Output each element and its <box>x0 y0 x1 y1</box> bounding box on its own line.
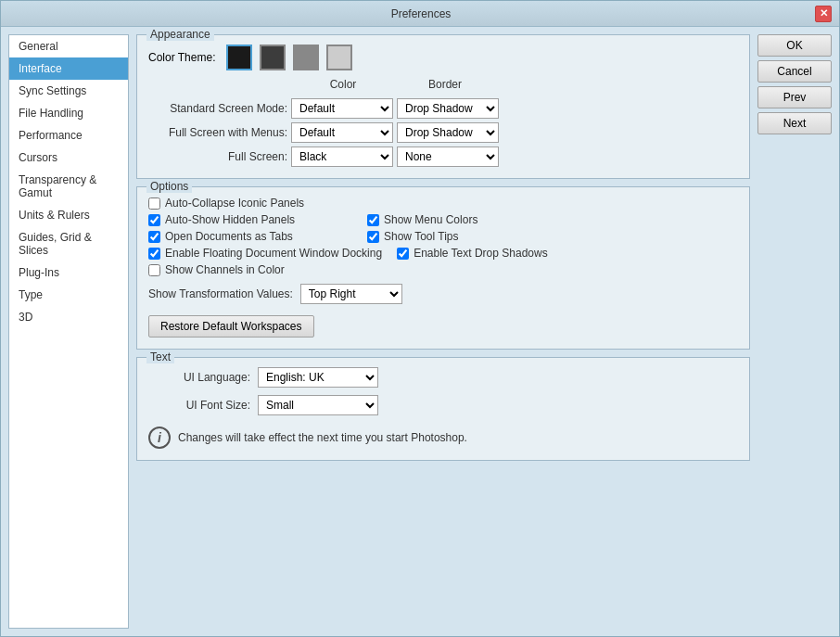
font-size-row: UI Font Size: Small Medium Large <box>148 395 738 415</box>
show-tooltips-checkbox[interactable] <box>367 231 379 243</box>
color-theme-label: Color Theme: <box>148 51 215 64</box>
theme-swatch-light[interactable] <box>326 45 352 70</box>
floating-dock-label: Enable Floating Document Window Docking <box>165 247 382 260</box>
font-size-select[interactable]: Small Medium Large <box>258 395 378 415</box>
cancel-button[interactable]: Cancel <box>757 60 832 83</box>
text-drop-shadows-label: Enable Text Drop Shadows <box>414 247 548 260</box>
mode-label-standard: Standard Screen Mode: <box>148 102 287 115</box>
mode-label-fullscreen: Full Screen: <box>148 150 287 163</box>
options-group: Options Auto-Collapse Iconic Panels <box>136 186 750 350</box>
floating-dock-checkbox[interactable] <box>148 248 160 260</box>
language-select[interactable]: English: UK English: US Deutsch Français… <box>258 367 378 388</box>
sidebar-item-units-&-rulers[interactable]: Units & Rulers <box>9 204 128 226</box>
transform-row: Show Transformation Values: Top Right Bo… <box>148 284 738 304</box>
fullscreen-border-select[interactable]: Drop Shadow None Line <box>397 147 499 167</box>
theme-swatch-dark2[interactable] <box>260 45 286 70</box>
mode-label-fullscreen-menus: Full Screen with Menus: <box>148 126 287 139</box>
theme-swatch-mid[interactable] <box>293 45 319 70</box>
restore-workspaces-button[interactable]: Restore Default Workspaces <box>148 315 314 338</box>
screen-modes: Standard Screen Mode: Default Black Gray… <box>148 98 738 167</box>
show-menu-colors-checkbox[interactable] <box>367 214 379 226</box>
language-label: UI Language: <box>148 371 250 384</box>
sidebar-item-plug-ins[interactable]: Plug-Ins <box>9 261 128 284</box>
info-icon: i <box>148 427 171 449</box>
standard-border-select[interactable]: Drop Shadow None Line <box>397 98 499 119</box>
show-channels-label: Show Channels in Color <box>165 263 285 276</box>
open-tabs-label: Open Documents as Tabs <box>165 230 293 243</box>
sidebar-item-interface[interactable]: Interface <box>9 57 128 80</box>
auto-show-checkbox[interactable] <box>148 214 160 226</box>
text-group: Text UI Language: English: UK English: U… <box>136 357 750 461</box>
mode-row-fullscreen: Full Screen: Default Black Gray White Dr… <box>148 147 738 167</box>
col-header-border: Border <box>394 78 496 91</box>
titlebar: Preferences ✕ <box>1 1 839 27</box>
main-panel: Appearance Color Theme: Color <box>136 34 750 629</box>
sidebar-item-performance[interactable]: Performance <box>9 124 128 147</box>
restore-btn-container: Restore Default Workspaces <box>148 308 738 338</box>
fullscreen-menus-color-select[interactable]: Default Black Gray White <box>291 122 393 143</box>
info-row: i Changes will take effect the next time… <box>148 427 738 449</box>
checkbox-show-tooltips: Show Tool Tips <box>367 230 571 243</box>
color-themes-row: Color Theme: <box>148 45 738 70</box>
show-tooltips-label: Show Tool Tips <box>384 230 459 243</box>
auto-show-label: Auto-Show Hidden Panels <box>165 213 295 226</box>
standard-color-select[interactable]: Default Black Gray White <box>291 98 393 119</box>
buttons-column: OK Cancel Prev Next <box>757 34 832 629</box>
sidebar: GeneralInterfaceSync SettingsFile Handli… <box>8 34 129 629</box>
checkbox-show-menu-colors: Show Menu Colors <box>367 213 571 226</box>
options-row-1: Auto-Collapse Iconic Panels <box>148 197 738 210</box>
theme-swatch-dark[interactable] <box>226 45 252 70</box>
show-channels-checkbox[interactable] <box>148 264 160 276</box>
content-area: GeneralInterfaceSync SettingsFile Handli… <box>1 27 839 636</box>
appearance-grid: Color Theme: Color Border <box>148 45 738 167</box>
options-row-3: Open Documents as Tabs Show Tool Tips <box>148 230 738 243</box>
options-row-5: Show Channels in Color <box>148 263 738 276</box>
fullscreen-color-select[interactable]: Default Black Gray White <box>291 147 393 167</box>
column-headers: Color Border <box>292 78 738 91</box>
options-row-2: Auto-Show Hidden Panels Show Menu Colors <box>148 213 738 226</box>
show-menu-colors-label: Show Menu Colors <box>384 213 477 226</box>
options-row-4: Enable Floating Document Window Docking … <box>148 247 738 260</box>
checkbox-open-tabs: Open Documents as Tabs <box>148 230 352 243</box>
sidebar-item-3d[interactable]: 3D <box>9 306 128 328</box>
checkbox-show-channels: Show Channels in Color <box>148 263 352 276</box>
checkbox-auto-collapse: Auto-Collapse Iconic Panels <box>148 197 352 210</box>
mode-row-fullscreen-menus: Full Screen with Menus: Default Black Gr… <box>148 122 738 143</box>
checkbox-floating-dock: Enable Floating Document Window Docking <box>148 247 382 260</box>
auto-collapse-checkbox[interactable] <box>148 197 160 210</box>
sidebar-item-file-handling[interactable]: File Handling <box>9 102 128 124</box>
sidebar-item-cursors[interactable]: Cursors <box>9 147 128 169</box>
preferences-window: Preferences ✕ GeneralInterfaceSync Setti… <box>0 0 840 637</box>
text-drop-shadows-checkbox[interactable] <box>397 248 409 260</box>
auto-collapse-label: Auto-Collapse Iconic Panels <box>165 197 304 210</box>
sidebar-item-transparency-&-gamut[interactable]: Transparency & Gamut <box>9 169 128 204</box>
transform-label: Show Transformation Values: <box>148 287 293 300</box>
sidebar-item-type[interactable]: Type <box>9 284 128 306</box>
sidebar-item-general[interactable]: General <box>9 35 128 57</box>
close-button[interactable]: ✕ <box>815 6 832 22</box>
options-content: Auto-Collapse Iconic Panels Auto-Show Hi… <box>148 197 738 338</box>
language-row: UI Language: English: UK English: US Deu… <box>148 367 738 388</box>
appearance-group: Appearance Color Theme: Color <box>136 34 750 179</box>
checkbox-text-drop-shadows: Enable Text Drop Shadows <box>397 247 601 260</box>
fullscreen-menus-border-select[interactable]: Drop Shadow None Line <box>397 122 499 143</box>
sidebar-item-sync-settings[interactable]: Sync Settings <box>9 80 128 102</box>
mode-row-standard: Standard Screen Mode: Default Black Gray… <box>148 98 738 119</box>
sidebar-item-guides,-grid-&-slices[interactable]: Guides, Grid & Slices <box>9 226 128 261</box>
checkbox-auto-show: Auto-Show Hidden Panels <box>148 213 352 226</box>
col-header-color: Color <box>292 78 394 91</box>
options-title: Options <box>146 180 192 193</box>
font-size-label: UI Font Size: <box>148 399 250 412</box>
ok-button[interactable]: OK <box>757 34 832 57</box>
text-content: UI Language: English: UK English: US Deu… <box>148 367 738 449</box>
window-title: Preferences <box>27 7 815 20</box>
next-button[interactable]: Next <box>757 112 832 134</box>
info-text: Changes will take effect the next time y… <box>178 431 467 444</box>
open-tabs-checkbox[interactable] <box>148 231 160 243</box>
appearance-title: Appearance <box>146 28 214 41</box>
panel-and-buttons: Appearance Color Theme: Color <box>136 34 832 629</box>
text-group-title: Text <box>146 350 174 363</box>
prev-button[interactable]: Prev <box>757 86 832 108</box>
transform-select[interactable]: Top Right Bottom Right Bottom Left Top L… <box>300 284 402 304</box>
